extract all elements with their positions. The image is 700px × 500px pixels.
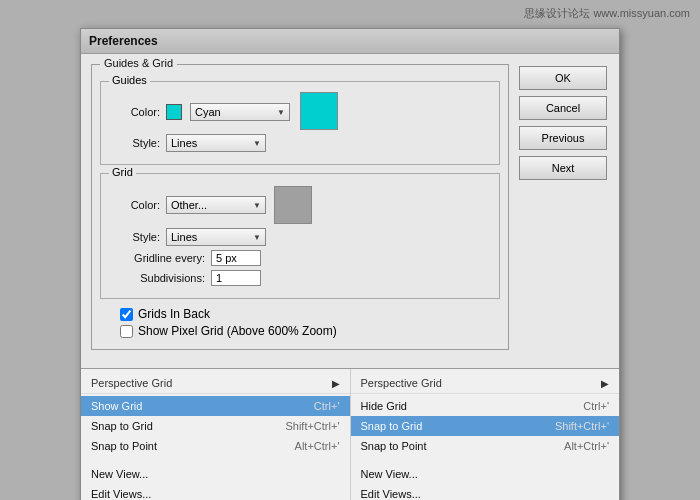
context-menus-area: Perspective Grid ▶ Show Grid Ctrl+' Snap… [81, 368, 619, 500]
show-pixel-grid-label: Show Pixel Grid (Above 600% Zoom) [138, 324, 337, 338]
subdivisions-row: Subdivisions: [111, 270, 489, 286]
right-menu-item-0-shortcut: Ctrl+' [583, 400, 609, 412]
right-menu-item-2-shortcut: Alt+Ctrl+' [564, 440, 609, 452]
right-menu-item-2-label: Snap to Point [361, 440, 427, 452]
gridline-label: Gridline every: [111, 252, 211, 264]
left-context-menu: Perspective Grid ▶ Show Grid Ctrl+' Snap… [81, 369, 351, 500]
guides-group-label: Guides [109, 74, 150, 86]
cancel-button[interactable]: Cancel [519, 96, 607, 120]
right-menu-item-0[interactable]: Hide Grid Ctrl+' [351, 396, 620, 416]
right-menu-item-2[interactable]: Snap to Point Alt+Ctrl+' [351, 436, 620, 456]
guides-color-value: Cyan [195, 106, 221, 118]
left-menu-item-0[interactable]: Show Grid Ctrl+' [81, 396, 350, 416]
grid-style-dropdown[interactable]: Lines ▼ [166, 228, 266, 246]
right-menu-item-5-label: Edit Views... [361, 488, 421, 500]
right-menu-item-1[interactable]: Snap to Grid Shift+Ctrl+' [351, 416, 620, 436]
left-menu-item-2-label: Snap to Point [91, 440, 157, 452]
left-menu-item-2-shortcut: Alt+Ctrl+' [295, 440, 340, 452]
guides-color-arrow: ▼ [277, 108, 285, 117]
right-context-menu: Perspective Grid ▶ Hide Grid Ctrl+' Snap… [351, 369, 620, 500]
right-menu-arrow: ▶ [601, 378, 609, 389]
right-menu-item-4[interactable]: New View... [351, 464, 620, 484]
subdivisions-input[interactable] [211, 270, 261, 286]
grids-in-back-checkbox[interactable] [120, 308, 133, 321]
left-menu-item-2[interactable]: Snap to Point Alt+Ctrl+' [81, 436, 350, 456]
left-menu-item-5[interactable]: Edit Views... [81, 484, 350, 500]
preferences-dialog: Preferences Guides & Grid Guides Color: … [80, 28, 620, 500]
guides-color-preview [300, 92, 338, 130]
next-button[interactable]: Next [519, 156, 607, 180]
grid-style-arrow: ▼ [253, 233, 261, 242]
guides-group: Guides Color: Cyan ▼ Styl [100, 81, 500, 165]
settings-panel: Guides & Grid Guides Color: Cyan ▼ [91, 64, 509, 358]
left-menu-item-5-label: Edit Views... [91, 488, 151, 500]
grid-color-dropdown[interactable]: Other... ▼ [166, 196, 266, 214]
grid-style-label: Style: [111, 231, 166, 243]
left-menu-item-4[interactable]: New View... [81, 464, 350, 484]
grid-group-label: Grid [109, 166, 136, 178]
guides-style-arrow: ▼ [253, 139, 261, 148]
grids-in-back-label: Grids In Back [138, 307, 210, 321]
right-menu-header: Perspective Grid ▶ [351, 373, 620, 394]
ok-button[interactable]: OK [519, 66, 607, 90]
left-menu-item-1-label: Snap to Grid [91, 420, 153, 432]
gridline-row: Gridline every: [111, 250, 489, 266]
grid-group: Grid Color: Other... ▼ Style: Lines [100, 173, 500, 299]
subdivisions-label: Subdivisions: [111, 272, 211, 284]
left-menu-item-3 [81, 456, 350, 464]
left-menu-item-0-label: Show Grid [91, 400, 142, 412]
button-panel: OK Cancel Previous Next [519, 64, 609, 358]
guides-color-dropdown[interactable]: Cyan ▼ [190, 103, 290, 121]
guides-grid-group: Guides & Grid Guides Color: Cyan ▼ [91, 64, 509, 350]
previous-button[interactable]: Previous [519, 126, 607, 150]
guides-color-swatch [166, 104, 182, 120]
grid-style-row: Style: Lines ▼ [111, 228, 489, 246]
guides-style-row: Style: Lines ▼ [111, 134, 489, 152]
left-menu-item-1[interactable]: Snap to Grid Shift+Ctrl+' [81, 416, 350, 436]
show-pixel-grid-row: Show Pixel Grid (Above 600% Zoom) [100, 324, 500, 338]
dialog-body: Guides & Grid Guides Color: Cyan ▼ [81, 54, 619, 368]
guides-style-dropdown[interactable]: Lines ▼ [166, 134, 266, 152]
left-menu-item-0-shortcut: Ctrl+' [314, 400, 340, 412]
guides-style-label: Style: [111, 137, 166, 149]
guides-grid-label: Guides & Grid [100, 57, 177, 69]
guides-color-label: Color: [111, 106, 166, 118]
left-menu-header-label: Perspective Grid [91, 377, 172, 389]
right-menu-item-5[interactable]: Edit Views... [351, 484, 620, 500]
grids-in-back-row: Grids In Back [100, 307, 500, 321]
show-pixel-grid-checkbox[interactable] [120, 325, 133, 338]
grid-color-value: Other... [171, 199, 207, 211]
right-menu-item-1-label: Snap to Grid [361, 420, 423, 432]
grid-style-value: Lines [171, 231, 197, 243]
right-menu-item-1-shortcut: Shift+Ctrl+' [555, 420, 609, 432]
grid-color-preview [274, 186, 312, 224]
guides-style-value: Lines [171, 137, 197, 149]
left-menu-header: Perspective Grid ▶ [81, 373, 350, 394]
right-menu-item-3 [351, 456, 620, 464]
left-menu-arrow: ▶ [332, 378, 340, 389]
right-menu-header-label: Perspective Grid [361, 377, 442, 389]
gridline-input[interactable] [211, 250, 261, 266]
right-menu-item-0-label: Hide Grid [361, 400, 407, 412]
dialog-titlebar: Preferences [81, 29, 619, 54]
grid-color-row: Color: Other... ▼ [111, 186, 489, 224]
left-menu-item-4-label: New View... [91, 468, 148, 480]
watermark-text: 思缘设计论坛 www.missyuan.com [524, 6, 690, 21]
grid-color-label: Color: [111, 199, 166, 211]
guides-color-row: Color: Cyan ▼ [111, 94, 489, 130]
left-menu-item-1-shortcut: Shift+Ctrl+' [285, 420, 339, 432]
grid-color-arrow: ▼ [253, 201, 261, 210]
guides-color-controls: Cyan ▼ [166, 103, 290, 121]
right-menu-item-4-label: New View... [361, 468, 418, 480]
